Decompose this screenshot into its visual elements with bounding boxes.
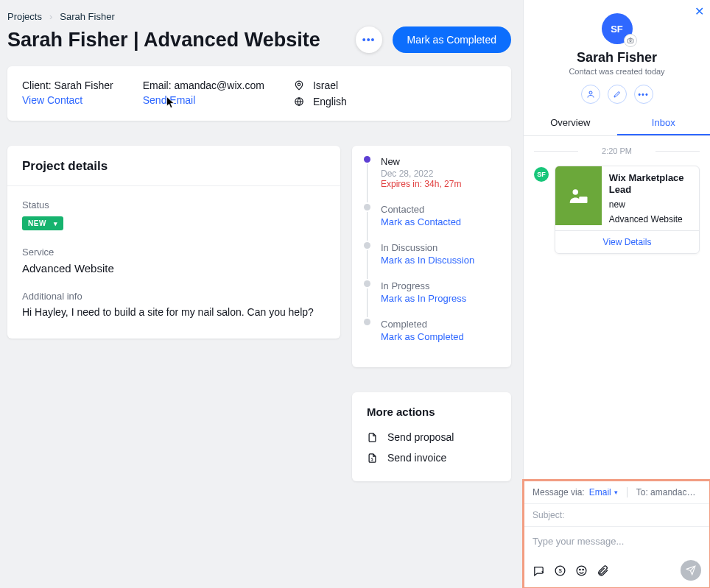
svg-point-4	[629, 40, 631, 42]
mark-progress-link[interactable]: Mark as In Progress	[381, 293, 466, 304]
time-separator: 2:20 PM	[534, 146, 700, 155]
client-country: Israel	[313, 79, 338, 91]
ellipsis-icon: •••	[362, 34, 376, 46]
service-value: Advanced Website	[22, 262, 326, 274]
page-title: Sarah Fisher | Advanced Website	[7, 29, 356, 52]
send-button[interactable]	[681, 560, 701, 581]
tab-inbox[interactable]: Inbox	[617, 111, 711, 135]
mark-completed-button[interactable]: Mark as Completed	[393, 26, 511, 53]
close-panel-button[interactable]: ✕	[695, 4, 704, 18]
lead-title: Wix Marketplace Lead	[609, 172, 692, 195]
svg-point-12	[583, 569, 583, 570]
contact-sub: Contact was created today	[524, 67, 710, 76]
breadcrumb: Projects › Sarah Fisher	[7, 11, 511, 22]
mark-contacted-link[interactable]: Mark as Contacted	[381, 216, 461, 227]
service-label: Service	[22, 247, 326, 258]
breadcrumb-current: Sarah Fisher	[60, 11, 114, 22]
project-details-heading: Project details	[22, 159, 326, 174]
client-summary-card: Client: Sarah Fisher View Contact Email:…	[7, 66, 511, 121]
emoji-icon[interactable]	[575, 564, 588, 577]
additional-info-value: Hi Hayley, I need to build a site for my…	[22, 306, 326, 318]
contact-action-more[interactable]: •••	[634, 85, 653, 104]
send-email-link[interactable]: Send Email	[143, 94, 264, 106]
mark-completed-link[interactable]: Mark as Completed	[381, 331, 464, 342]
timeline-step-new: New Dec 28, 2022 Expires in: 34h, 27m	[364, 156, 499, 204]
globe-icon	[294, 96, 306, 107]
timeline-step-contacted: Contacted Mark as Contacted	[364, 204, 499, 242]
more-actions-card: More actions Send proposal $ Send invoic…	[352, 392, 511, 481]
attachment-icon[interactable]	[597, 564, 609, 577]
timeline-step-progress: In Progress Mark as In Progress	[364, 280, 499, 319]
send-proposal-action[interactable]: Send proposal	[367, 427, 496, 447]
avatar[interactable]: SF	[602, 13, 633, 44]
svg-text:$: $	[371, 457, 373, 461]
tab-overview[interactable]: Overview	[524, 111, 617, 135]
saved-replies-icon[interactable]	[532, 564, 545, 577]
breadcrumb-root[interactable]: Projects	[7, 11, 42, 22]
message-avatar: SF	[534, 167, 549, 182]
payment-icon[interactable]: $	[554, 564, 566, 577]
status-label: Status	[22, 199, 326, 210]
view-details-link[interactable]: View Details	[555, 230, 699, 253]
svg-point-11	[580, 569, 580, 570]
channel-selector[interactable]: Email ▾	[589, 487, 618, 497]
lead-icon	[555, 166, 602, 225]
subject-input[interactable]: Subject:	[524, 504, 710, 527]
client-email: Email: amandac@wix.com	[143, 79, 264, 91]
timeline-step-completed: Completed Mark as Completed	[364, 319, 499, 357]
message-via-label: Message via:	[532, 487, 585, 497]
svg-rect-7	[580, 196, 588, 203]
lead-card: Wix Marketplace Lead new Advanced Websit…	[555, 166, 700, 254]
lead-service: Advanced Website	[609, 214, 692, 224]
contact-side-panel: ✕ SF Sarah Fisher Contact was created to…	[523, 0, 710, 588]
contact-name: Sarah Fisher	[524, 50, 710, 65]
camera-icon[interactable]	[624, 34, 637, 47]
svg-point-10	[577, 566, 586, 575]
chevron-down-icon: ▾	[614, 489, 618, 496]
contact-action-profile[interactable]	[581, 85, 600, 104]
lead-status: new	[609, 199, 692, 210]
svg-point-0	[298, 83, 300, 86]
compose-to[interactable]: To: amandac…	[636, 487, 701, 497]
client-label: Client: Sarah Fisher	[22, 79, 113, 91]
chevron-right-icon: ›	[49, 11, 52, 22]
svg-rect-3	[628, 39, 633, 43]
svg-text:$: $	[558, 567, 562, 574]
contact-action-edit[interactable]	[608, 85, 627, 104]
document-icon	[367, 432, 379, 443]
client-language: English	[313, 96, 347, 107]
invoice-icon: $	[367, 453, 379, 464]
message-body-input[interactable]: Type your message...	[524, 527, 710, 556]
more-actions-heading: More actions	[367, 405, 496, 418]
additional-info-label: Additional info	[22, 291, 326, 302]
svg-point-6	[573, 189, 579, 195]
chevron-down-icon: ▾	[54, 220, 58, 227]
more-options-button[interactable]: •••	[356, 26, 382, 53]
compose-area: Message via: Email ▾ To: amandac… Subjec…	[524, 481, 710, 588]
status-timeline: New Dec 28, 2022 Expires in: 34h, 27m Co…	[352, 146, 511, 367]
timeline-step-discussion: In Discussion Mark as In Discussion	[364, 242, 499, 280]
svg-point-5	[589, 91, 592, 94]
send-invoice-action[interactable]: $ Send invoice	[367, 447, 496, 468]
project-details-card: Project details Status NEW ▾ Service Adv…	[7, 146, 340, 339]
status-badge[interactable]: NEW ▾	[22, 216, 63, 230]
location-icon	[294, 80, 306, 91]
view-contact-link[interactable]: View Contact	[22, 94, 113, 106]
mark-discussion-link[interactable]: Mark as In Discussion	[381, 255, 474, 266]
